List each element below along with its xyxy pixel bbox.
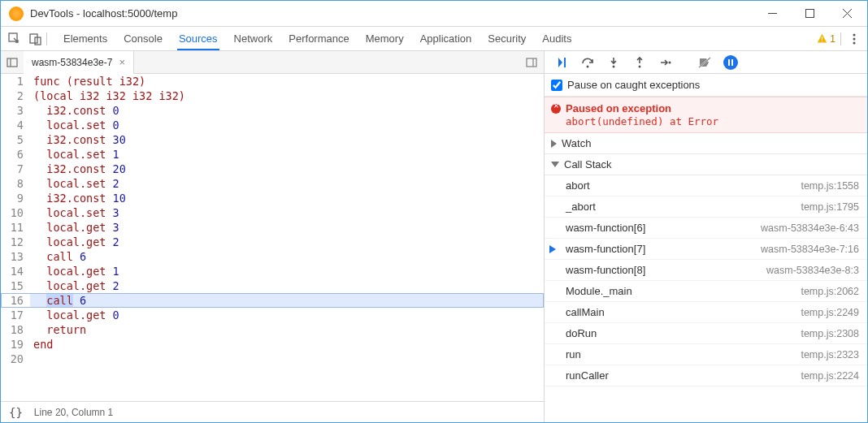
watch-section-header[interactable]: Watch bbox=[545, 133, 867, 154]
callstack-frame[interactable]: runCallertemp.js:2224 bbox=[545, 365, 867, 386]
frame-location: wasm-53834e3e-8:3 bbox=[766, 265, 859, 276]
code-text: call 6 bbox=[30, 249, 544, 264]
code-line[interactable]: 18 return bbox=[1, 322, 544, 337]
frame-location: temp.js:1558 bbox=[801, 180, 859, 192]
debugger-toolbar bbox=[545, 51, 867, 74]
tab-application[interactable]: Application bbox=[412, 28, 480, 50]
tab-audits[interactable]: Audits bbox=[534, 28, 579, 50]
code-line[interactable]: 1func (result i32) bbox=[1, 74, 544, 88]
tab-security[interactable]: Security bbox=[480, 28, 534, 50]
deactivate-breakpoints-button[interactable] bbox=[694, 54, 715, 71]
callstack-frame[interactable]: wasm-function[8]wasm-53834e3e-8:3 bbox=[545, 260, 867, 281]
file-tab[interactable]: wasm-53834e3e-7 × bbox=[24, 51, 134, 74]
navigator-toggle-icon[interactable] bbox=[1, 51, 24, 74]
more-menu-icon[interactable] bbox=[846, 28, 862, 50]
tab-console[interactable]: Console bbox=[115, 28, 171, 50]
callstack-section-header[interactable]: Call Stack bbox=[545, 154, 867, 175]
app-icon bbox=[9, 6, 24, 21]
debugger-panel: Pause on caught exceptions Paused on exc… bbox=[545, 51, 867, 422]
paused-reason: Paused on exception abort(undefined) at … bbox=[545, 97, 867, 133]
line-number: 4 bbox=[1, 118, 30, 132]
pause-caught-row[interactable]: Pause on caught exceptions bbox=[545, 74, 867, 97]
code-line[interactable]: 12 local.get 2 bbox=[1, 235, 544, 249]
code-line[interactable]: 4 local.set 0 bbox=[1, 118, 544, 132]
code-text: func (result i32) bbox=[30, 74, 544, 88]
tab-performance[interactable]: Performance bbox=[280, 28, 357, 50]
line-number: 18 bbox=[1, 322, 30, 337]
line-number: 3 bbox=[1, 103, 30, 118]
code-text: (local i32 i32 i32 i32) bbox=[30, 88, 544, 103]
code-line[interactable]: 5 i32.const 30 bbox=[1, 132, 544, 147]
code-line[interactable]: 3 i32.const 0 bbox=[1, 103, 544, 118]
chevron-right-icon bbox=[551, 140, 557, 148]
code-line[interactable]: 14 local.get 1 bbox=[1, 264, 544, 278]
svg-rect-8 bbox=[527, 58, 536, 67]
code-line[interactable]: 11 local.get 3 bbox=[1, 220, 544, 235]
close-button[interactable] bbox=[828, 2, 866, 26]
step-into-button[interactable] bbox=[603, 54, 624, 71]
code-line[interactable]: 13 call 6 bbox=[1, 249, 544, 264]
code-line[interactable]: 15 local.get 2 bbox=[1, 278, 544, 293]
frame-function: _abort bbox=[566, 201, 801, 213]
tab-elements[interactable]: Elements bbox=[55, 28, 115, 50]
callstack-frame[interactable]: doRuntemp.js:2308 bbox=[545, 323, 867, 344]
code-text: local.set 0 bbox=[30, 118, 544, 132]
callstack-frame[interactable]: wasm-function[7]wasm-53834e3e-7:16 bbox=[545, 239, 867, 260]
code-text: local.get 3 bbox=[30, 220, 544, 235]
callstack-frame[interactable]: wasm-function[6]wasm-53834e3e-6:43 bbox=[545, 218, 867, 239]
code-line[interactable]: 7 i32.const 20 bbox=[1, 162, 544, 176]
code-line[interactable]: 19end bbox=[1, 337, 544, 352]
frame-location: temp.js:2308 bbox=[801, 328, 859, 339]
callstack-frame[interactable]: aborttemp.js:1558 bbox=[545, 175, 867, 196]
device-toolbar-icon[interactable] bbox=[25, 28, 46, 50]
tab-memory[interactable]: Memory bbox=[358, 28, 412, 50]
line-number: 19 bbox=[1, 337, 30, 352]
code-line[interactable]: 10 local.set 3 bbox=[1, 205, 544, 220]
file-tab-bar: wasm-53834e3e-7 × bbox=[1, 51, 544, 74]
step-out-button[interactable] bbox=[629, 54, 650, 71]
callstack-frame[interactable]: callMaintemp.js:2249 bbox=[545, 302, 867, 323]
paused-title: Paused on exception bbox=[566, 102, 859, 114]
more-tabs-icon[interactable] bbox=[519, 51, 544, 74]
code-line[interactable]: 16 call 6 bbox=[1, 293, 544, 308]
code-line[interactable]: 2(local i32 i32 i32 i32) bbox=[1, 88, 544, 103]
line-number: 20 bbox=[1, 352, 30, 366]
code-text: i32.const 20 bbox=[30, 162, 544, 176]
line-number: 10 bbox=[1, 205, 30, 220]
pause-caught-checkbox[interactable] bbox=[551, 80, 562, 91]
resume-button[interactable] bbox=[551, 54, 572, 71]
tab-sources[interactable]: Sources bbox=[171, 28, 226, 50]
separator bbox=[46, 32, 47, 45]
inspect-element-icon[interactable] bbox=[4, 28, 25, 50]
line-number: 13 bbox=[1, 249, 30, 264]
code-line[interactable]: 8 local.set 2 bbox=[1, 176, 544, 191]
step-button[interactable] bbox=[655, 54, 676, 71]
code-line[interactable]: 17 local.get 0 bbox=[1, 308, 544, 322]
callstack-frame[interactable]: Module._maintemp.js:2062 bbox=[545, 281, 867, 302]
warning-badge[interactable]: 1 bbox=[817, 33, 835, 45]
step-over-button[interactable] bbox=[577, 54, 598, 71]
code-text: end bbox=[30, 337, 544, 352]
callstack-frame[interactable]: runtemp.js:2323 bbox=[545, 344, 867, 365]
tab-network[interactable]: Network bbox=[226, 28, 281, 50]
frame-location: wasm-53834e3e-7:16 bbox=[761, 244, 859, 255]
line-number: 17 bbox=[1, 308, 30, 322]
line-number: 14 bbox=[1, 264, 30, 278]
window-title: DevTools - localhost:5000/temp bbox=[30, 7, 753, 19]
warning-count: 1 bbox=[830, 33, 835, 45]
pretty-print-icon[interactable]: {} bbox=[9, 406, 23, 419]
callstack-frame[interactable]: _aborttemp.js:1795 bbox=[545, 196, 867, 218]
pause-on-exceptions-button[interactable] bbox=[720, 54, 741, 71]
close-tab-icon[interactable]: × bbox=[119, 56, 125, 68]
frame-function: abort bbox=[566, 179, 801, 192]
svg-point-10 bbox=[613, 65, 615, 67]
minimize-button[interactable] bbox=[753, 2, 791, 26]
main-tabs: ElementsConsoleSourcesNetworkPerformance… bbox=[1, 27, 867, 51]
code-editor[interactable]: 1func (result i32)2(local i32 i32 i32 i3… bbox=[1, 74, 544, 401]
maximize-button[interactable] bbox=[791, 2, 828, 26]
code-text: i32.const 10 bbox=[30, 191, 544, 205]
svg-rect-0 bbox=[805, 10, 814, 18]
code-line[interactable]: 20 bbox=[1, 352, 544, 366]
code-line[interactable]: 9 i32.const 10 bbox=[1, 191, 544, 205]
code-line[interactable]: 6 local.set 1 bbox=[1, 147, 544, 162]
